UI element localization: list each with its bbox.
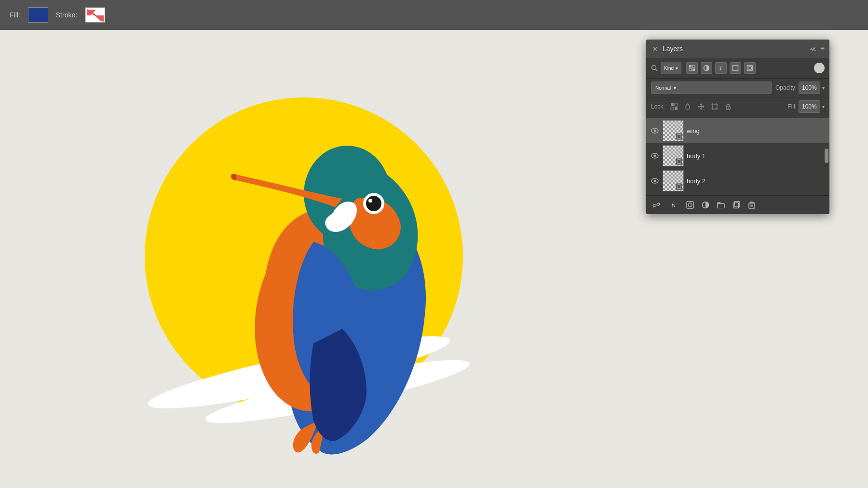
canvas-area: ✕ Layers ≪ ≡ Kind ▾ xyxy=(0,30,868,488)
delete-layer-button[interactable] xyxy=(746,200,757,210)
layer-name-body1: body 1 xyxy=(687,152,826,160)
svg-rect-25 xyxy=(712,104,717,109)
fill-control: Fill: 100% ▾ xyxy=(787,100,825,113)
svg-rect-43 xyxy=(734,202,740,207)
svg-point-39 xyxy=(688,203,692,207)
layer-smart-icon-2 xyxy=(676,158,682,165)
svg-rect-42 xyxy=(733,203,739,208)
svg-rect-18 xyxy=(733,66,738,71)
panel-titlebar: ✕ Layers ≪ ≡ xyxy=(646,40,829,58)
filter-pixel-button[interactable] xyxy=(686,62,698,74)
kind-chevron: ▾ xyxy=(676,66,678,71)
layer-fx-button[interactable]: fx xyxy=(666,200,680,210)
layer-visibility-body2[interactable] xyxy=(650,176,660,186)
opacity-control: Opacity: 100% ▾ xyxy=(775,81,825,94)
fill-swatch[interactable] xyxy=(28,7,48,23)
filter-smart-button[interactable] xyxy=(744,62,756,74)
fill-arrow[interactable]: ▾ xyxy=(822,104,825,109)
stroke-swatch[interactable] xyxy=(85,7,105,23)
svg-point-8 xyxy=(366,196,381,211)
svg-rect-12 xyxy=(689,65,692,68)
layer-visibility-body1[interactable] xyxy=(650,151,660,161)
svg-rect-24 xyxy=(675,107,678,110)
filter-type-button[interactable]: T xyxy=(715,62,727,74)
svg-rect-20 xyxy=(748,67,752,70)
svg-text:T: T xyxy=(719,65,722,71)
new-layer-button[interactable] xyxy=(731,200,742,210)
filter-icon-group: T xyxy=(686,62,756,74)
fill-value[interactable]: 100% xyxy=(799,100,820,113)
svg-point-9 xyxy=(368,199,372,203)
svg-rect-41 xyxy=(718,203,724,208)
lock-transparent-button[interactable] xyxy=(669,101,679,112)
opacity-arrow[interactable]: ▾ xyxy=(822,85,825,91)
panel-actions: fx xyxy=(646,195,829,214)
blend-mode-label: Normal xyxy=(655,85,671,91)
svg-line-11 xyxy=(656,69,658,71)
blend-chevron: ▾ xyxy=(674,85,676,91)
kind-label: Kind xyxy=(664,66,674,71)
lock-all-button[interactable] xyxy=(723,101,733,112)
svg-point-27 xyxy=(727,108,729,109)
add-adjustment-button[interactable] xyxy=(700,200,711,210)
filter-row: Kind ▾ T xyxy=(646,58,829,79)
svg-rect-33 xyxy=(677,160,681,163)
toolbar: Fill: Stroke: xyxy=(0,0,868,30)
panel-menu-icon[interactable]: ≡ xyxy=(820,44,825,53)
group-layers-button[interactable] xyxy=(716,200,726,210)
kind-filter-dropdown[interactable]: Kind ▾ xyxy=(661,62,681,74)
svg-point-29 xyxy=(654,130,656,132)
svg-point-35 xyxy=(654,180,656,182)
link-layers-button[interactable] xyxy=(651,200,662,210)
lock-position-button[interactable] xyxy=(696,101,706,112)
svg-rect-36 xyxy=(677,185,681,189)
stroke-label: Stroke: xyxy=(56,11,77,19)
blend-mode-dropdown[interactable]: Normal ▾ xyxy=(651,81,772,94)
layer-item-wing[interactable]: wing xyxy=(646,118,829,143)
bird-illustration xyxy=(58,54,492,469)
layers-panel: ✕ Layers ≪ ≡ Kind ▾ xyxy=(646,40,829,214)
layers-scrollbar[interactable] xyxy=(825,149,828,163)
fill-label: Fill: xyxy=(10,11,20,19)
lock-icons xyxy=(669,101,733,112)
layers-list: wing body 1 xyxy=(646,116,829,195)
layer-smart-icon xyxy=(676,133,682,140)
svg-rect-30 xyxy=(677,135,681,138)
svg-rect-14 xyxy=(689,68,692,71)
layer-thumb-body1 xyxy=(663,145,684,166)
layer-item-body2[interactable]: body 2 xyxy=(646,168,829,193)
layer-name-wing: wing xyxy=(687,127,826,135)
blend-mode-row: Normal ▾ Opacity: 100% ▾ xyxy=(646,79,829,97)
pixel-circle-button[interactable] xyxy=(814,63,825,73)
lock-label: Lock: xyxy=(651,103,665,110)
layer-smart-icon-3 xyxy=(676,183,682,190)
svg-rect-22 xyxy=(675,103,678,106)
add-mask-button[interactable] xyxy=(685,200,695,210)
svg-rect-23 xyxy=(671,107,674,110)
layer-name-body2: body 2 xyxy=(687,177,826,185)
svg-line-1 xyxy=(87,10,104,21)
layer-visibility-wing[interactable] xyxy=(650,126,660,136)
fill-label-layers: Fill: xyxy=(787,103,797,110)
svg-rect-15 xyxy=(692,68,695,71)
lock-artboard-button[interactable] xyxy=(709,101,720,112)
svg-rect-0 xyxy=(85,8,105,23)
svg-rect-38 xyxy=(687,202,693,208)
layer-item-body1[interactable]: body 1 xyxy=(646,143,829,168)
opacity-label: Opacity: xyxy=(775,84,797,91)
filter-shape-button[interactable] xyxy=(730,62,741,74)
search-icon xyxy=(651,65,658,71)
panel-collapse-button[interactable]: ≪ xyxy=(810,45,816,53)
lock-row: Lock: xyxy=(646,97,829,116)
panel-title: Layers xyxy=(663,45,810,53)
lock-paint-button[interactable] xyxy=(682,101,693,112)
svg-rect-21 xyxy=(671,103,674,106)
opacity-value[interactable]: 100% xyxy=(799,81,820,94)
filter-adjust-button[interactable] xyxy=(701,62,712,74)
layer-thumb-wing xyxy=(663,120,684,141)
panel-close-button[interactable]: ✕ xyxy=(651,45,659,53)
layer-thumb-body2 xyxy=(663,170,684,191)
svg-point-32 xyxy=(654,155,656,157)
svg-rect-13 xyxy=(692,65,695,68)
